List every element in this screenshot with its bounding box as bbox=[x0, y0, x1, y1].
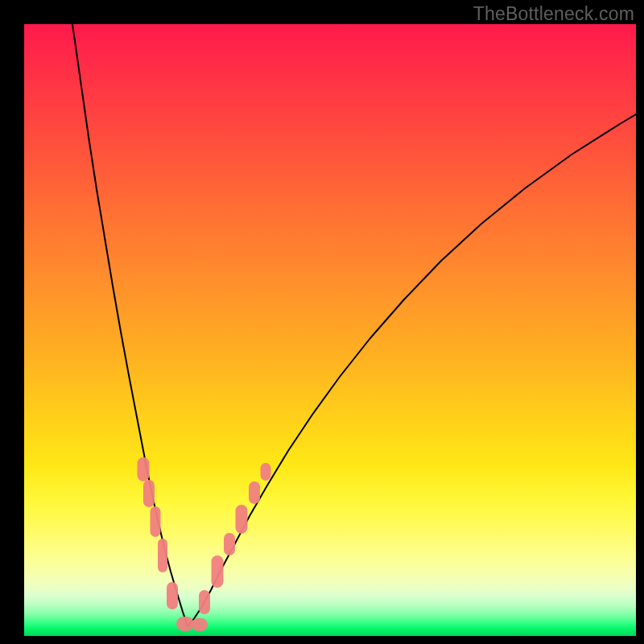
curve-marker bbox=[236, 505, 248, 534]
curve-marker bbox=[158, 539, 167, 572]
watermark-text: TheBottleneck.com bbox=[473, 3, 634, 25]
curve-marker bbox=[212, 555, 224, 588]
chart-frame: TheBottleneck.com bbox=[0, 0, 644, 644]
curve-marker bbox=[199, 590, 210, 614]
plot-area bbox=[24, 24, 636, 636]
marker-layer bbox=[24, 24, 636, 636]
curve-marker bbox=[167, 582, 178, 609]
curve-marker bbox=[249, 481, 260, 504]
curve-marker bbox=[151, 506, 161, 537]
curve-marker bbox=[224, 533, 235, 555]
curve-marker bbox=[138, 457, 150, 481]
curve-marker bbox=[261, 463, 271, 481]
curve-marker bbox=[192, 618, 208, 631]
curve-marker bbox=[143, 480, 155, 507]
